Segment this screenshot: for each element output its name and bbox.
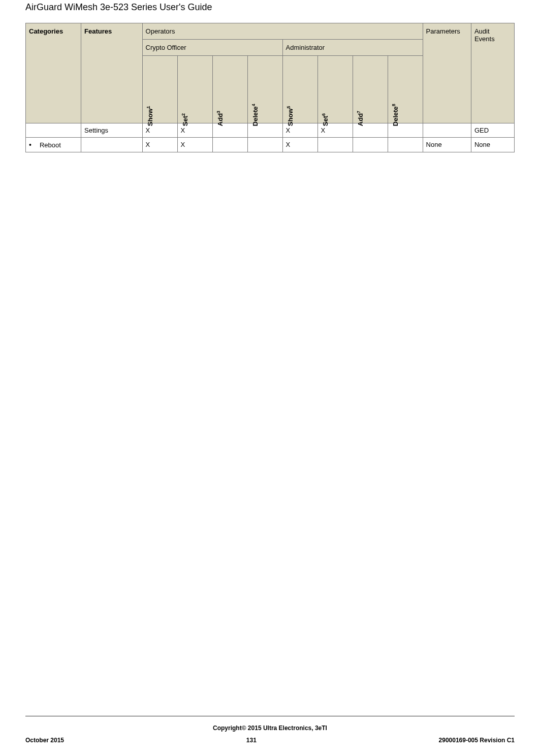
th-delete8: Delete8 — [388, 56, 423, 123]
cell-c6 — [317, 138, 353, 152]
th-administrator: Administrator — [282, 40, 423, 56]
cell-c7 — [353, 138, 388, 152]
table-row: Settings X X X X GED — [26, 123, 515, 138]
th-operators: Operators — [142, 23, 423, 40]
cell-audit: None — [471, 138, 514, 152]
cell-c2: X — [177, 138, 212, 152]
th-set2: Set2 — [177, 56, 212, 123]
document-title: AirGuard WiMesh 3e-523 Series User's Gui… — [25, 0, 515, 23]
document-page: AirGuard WiMesh 3e-523 Series User's Gui… — [0, 0, 540, 756]
cell-c1: X — [142, 138, 177, 152]
footer-revision: 29000169-005 Revision C1 — [439, 737, 515, 744]
th-set6: Set6 — [317, 56, 353, 123]
th-audit-events: Audit Events — [471, 23, 514, 123]
cell-c8 — [388, 138, 423, 152]
bullet-icon: • — [29, 141, 31, 149]
cell-c5: X — [282, 138, 317, 152]
footer-page-number: 131 — [246, 737, 257, 744]
cell-feature — [81, 138, 143, 152]
cell-c3 — [212, 138, 247, 152]
th-add3: Add3 — [212, 56, 247, 123]
footer-copyright: Copyright© 2015 Ultra Electronics, 3eTI — [25, 724, 515, 732]
cell-c4 — [247, 138, 282, 152]
cell-category — [26, 123, 81, 138]
table-row: •Reboot X X X None None — [26, 138, 515, 152]
permissions-table: Categories Features Operators Parameters… — [25, 23, 515, 152]
cell-parameters — [423, 123, 471, 138]
th-features: Features — [81, 23, 143, 123]
cell-feature: Settings — [81, 123, 143, 138]
th-delete4: Delete4 — [247, 56, 282, 123]
cell-category: •Reboot — [26, 138, 81, 152]
th-categories: Categories — [26, 23, 81, 123]
cell-audit: GED — [471, 123, 514, 138]
footer-divider — [25, 716, 515, 716]
th-crypto-officer: Crypto Officer — [142, 40, 282, 56]
footer-date: October 2015 — [25, 737, 64, 744]
th-show5: Show5 — [282, 56, 317, 123]
page-footer: Copyright© 2015 Ultra Electronics, 3eTI … — [25, 716, 515, 744]
cell-parameters: None — [423, 138, 471, 152]
th-show1: Show1 — [142, 56, 177, 123]
th-add7: Add7 — [353, 56, 388, 123]
th-parameters: Parameters — [423, 23, 471, 123]
